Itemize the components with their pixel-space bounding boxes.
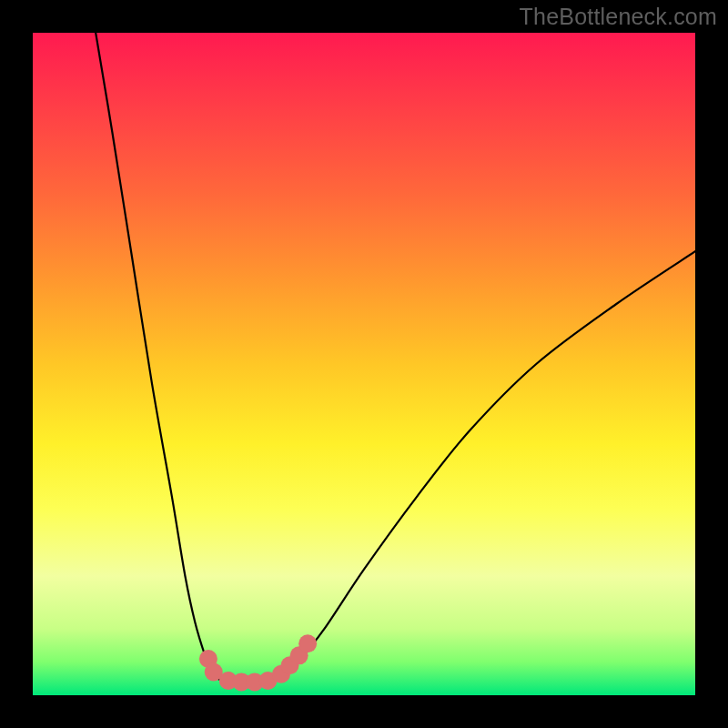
curve-layer <box>33 33 695 695</box>
marker-dot <box>298 634 317 652</box>
plot-area <box>33 33 695 695</box>
watermark-label: TheBottleneck.com <box>520 4 717 30</box>
chart-frame: TheBottleneck.com <box>0 0 728 728</box>
marker-points <box>199 634 317 691</box>
bottleneck-curve <box>96 33 695 682</box>
curve-path <box>96 33 695 682</box>
